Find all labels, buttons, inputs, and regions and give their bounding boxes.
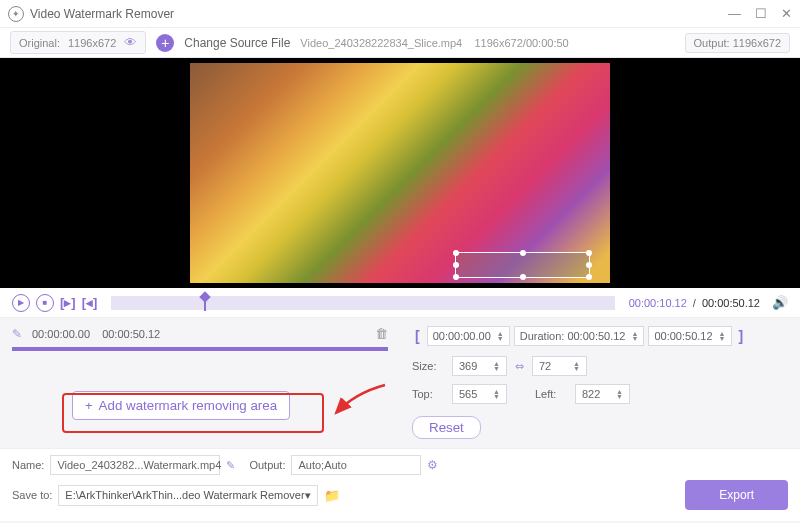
top-input[interactable]: 565▲▼ [452,384,507,404]
export-button[interactable]: Export [685,480,788,510]
original-info: Original: 1196x672 👁 [10,31,146,54]
time-current: 00:00:10.12 [629,297,687,309]
play-button[interactable]: ▶ [12,294,30,312]
titlebar: ✦ Video Watermark Remover ― ☐ ✕ [0,0,800,28]
segment-start: 00:00:00.00 [32,328,90,340]
properties-panel: [ 00:00:00.00▲▼ Duration:00:00:50.12▲▼ 0… [400,318,800,448]
close-button[interactable]: ✕ [781,6,792,21]
original-label: Original: [19,37,60,49]
segment-end: 00:00:50.12 [102,328,160,340]
output-fmt-field[interactable]: Auto;Auto [291,455,421,475]
open-folder-icon[interactable]: 📁 [324,488,340,503]
size-height-input[interactable]: 72▲▼ [532,356,587,376]
prev-frame-button[interactable]: [▸] [60,295,76,310]
volume-icon[interactable]: 🔊 [772,295,788,310]
minimize-button[interactable]: ― [728,6,741,21]
delete-segment-icon[interactable]: 🗑 [375,326,388,341]
add-source-button[interactable]: + [156,34,174,52]
chevron-down-icon: ▾ [305,489,311,502]
name-label: Name: [12,459,44,471]
link-aspect-icon[interactable]: ⇔ [515,360,524,373]
output-fmt-label: Output: [249,459,285,471]
bottom-bar: Name: Video_2403282...Watermark.mp4 ✎ Ou… [0,448,800,521]
app-title: Video Watermark Remover [30,7,174,21]
annotation-arrow-icon [330,383,390,423]
stop-button[interactable]: ■ [36,294,54,312]
edit-segment-icon[interactable]: ✎ [12,327,22,341]
file-info: Video_240328222834_Slice.mp4 1196x672/00… [300,37,568,49]
segments-panel: ✎ 00:00:00.00 00:00:50.12 🗑 + Add waterm… [0,318,400,448]
video-preview[interactable] [0,58,800,288]
time-end-input[interactable]: 00:00:50.12▲▼ [648,326,731,346]
next-frame-button[interactable]: [◂] [82,295,98,310]
original-dims: 1196x672 [68,37,116,49]
size-width-input[interactable]: 369▲▼ [452,356,507,376]
output-info: Output: 1196x672 [685,33,790,53]
app-logo-icon: ✦ [8,6,24,22]
segment-bar[interactable] [12,347,388,351]
plus-icon: + [85,398,93,413]
edit-name-icon[interactable]: ✎ [226,459,235,472]
selection-overlay[interactable] [455,252,590,278]
preview-eye-icon[interactable]: 👁 [124,35,137,50]
reset-button[interactable]: Reset [412,416,481,439]
maximize-button[interactable]: ☐ [755,6,767,21]
saveto-label: Save to: [12,489,52,501]
output-dims: 1196x672 [733,37,781,49]
range-end-bracket-button[interactable]: ] [736,328,747,344]
toolbar: Original: 1196x672 👁 + Change Source Fil… [0,28,800,58]
saveto-select[interactable]: E:\ArkThinker\ArkThin...deo Watermark Re… [58,485,317,506]
output-settings-icon[interactable]: ⚙ [427,458,438,472]
add-watermark-area-button[interactable]: + Add watermark removing area [72,391,290,420]
time-total: 00:00:50.12 [702,297,760,309]
time-duration-input[interactable]: Duration:00:00:50.12▲▼ [514,326,645,346]
top-label: Top: [412,388,444,400]
time-start-input[interactable]: 00:00:00.00▲▼ [427,326,510,346]
video-frame [190,63,610,283]
size-label: Size: [412,360,444,372]
left-label: Left: [535,388,567,400]
range-start-bracket-button[interactable]: [ [412,328,423,344]
name-field[interactable]: Video_2403282...Watermark.mp4 [50,455,220,475]
add-area-label: Add watermark removing area [99,398,278,413]
output-label: Output: [694,37,730,49]
timeline-slider[interactable] [111,296,614,310]
left-input[interactable]: 822▲▼ [575,384,630,404]
change-source-button[interactable]: Change Source File [184,36,290,50]
playbar: ▶ ■ [▸] [◂] 00:00:10.12/00:00:50.12 🔊 [0,288,800,318]
